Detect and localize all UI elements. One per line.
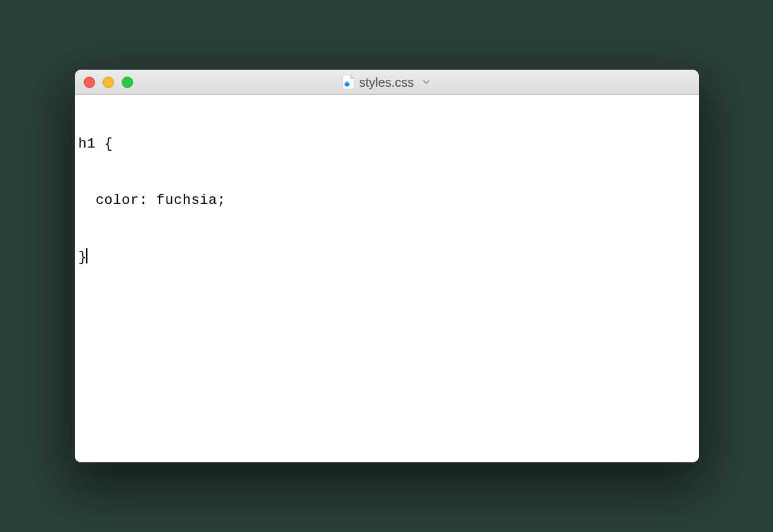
code-line: } [79, 248, 695, 267]
code-line: color: fuchsia; [79, 191, 695, 210]
css-file-icon [343, 75, 354, 89]
zoom-button[interactable] [122, 77, 133, 88]
code-text: } [79, 250, 87, 265]
code-line: h1 { [79, 135, 695, 154]
minimize-button[interactable] [103, 77, 114, 88]
title-bar-title[interactable]: styles.css [343, 75, 431, 89]
title-bar[interactable]: styles.css [75, 70, 699, 95]
text-cursor [86, 248, 87, 263]
editor-window: styles.css h1 { color: fuchsia; } [75, 70, 699, 462]
traffic-lights [84, 77, 133, 88]
filename-label: styles.css [359, 75, 414, 89]
close-button[interactable] [84, 77, 95, 88]
editor-textarea[interactable]: h1 { color: fuchsia; } [75, 95, 699, 462]
chevron-down-icon[interactable] [421, 78, 430, 87]
